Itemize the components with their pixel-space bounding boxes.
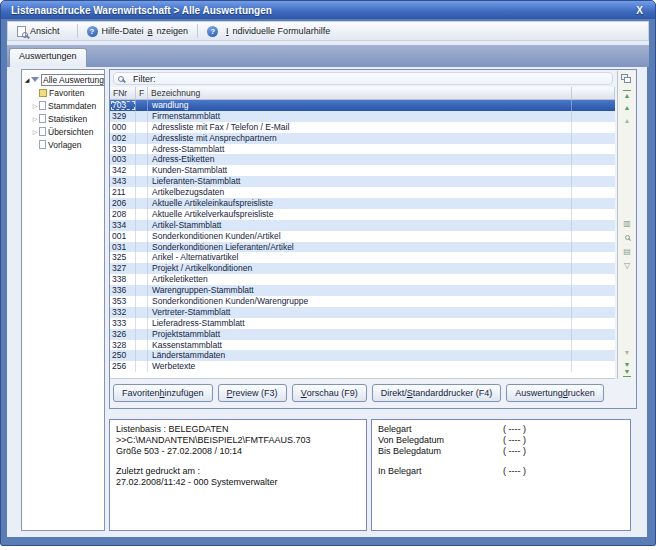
table-row[interactable]: 003Adress-Etiketten (110, 154, 615, 165)
row-fnr: 328 (110, 340, 136, 351)
button-label-key: I (226, 26, 229, 36)
column-header-fnr[interactable]: FNr (110, 87, 136, 99)
tree-item-statistiken[interactable]: ▷Statistiken (23, 112, 103, 125)
go-first-icon[interactable]: ▲ (618, 92, 636, 99)
row-bezeichnung: Sonderkonditionen Lieferanten/Artikel (148, 242, 572, 253)
scroll-up-icon[interactable]: ▲ (618, 104, 636, 111)
parameter-label: Belegart (378, 424, 503, 435)
bookmark-icon[interactable]: ▤ (618, 247, 636, 256)
grid-search-icon[interactable] (618, 233, 636, 242)
row-bezeichnung: Sonderkonditionen Kunden/Artikel (148, 231, 572, 242)
table-row[interactable]: 342Kunden-Stammblatt (110, 165, 615, 176)
tree-item-label: Vorlagen (48, 140, 82, 150)
table-row[interactable]: 326Projektstammblatt (110, 329, 615, 340)
window-title: Listenausdrucke Warenwirtschaft > Alle A… (11, 5, 272, 16)
preview-magnifier-icon (22, 32, 28, 38)
action-button-row: Favoriten hinzufügenPreview (F3)Vorschau… (113, 384, 604, 404)
tree-item-root[interactable]: ◢Alle Auswertungen (23, 73, 103, 86)
row-f (136, 220, 148, 231)
table-row[interactable]: 338Artikeletiketten (110, 274, 615, 285)
button-direkt-standarddrucker-f4-[interactable]: Direkt/Standarddrucker (F4) (372, 384, 502, 402)
page-down-icon[interactable]: ▼ (618, 349, 636, 356)
tree-item-vorlagen[interactable]: Vorlagen (23, 138, 103, 151)
table-row[interactable]: 327Projekt / Artikelkonditionen (110, 263, 615, 274)
row-f (136, 307, 148, 318)
table-row[interactable]: 343Lieferanten-Stammblatt (110, 176, 615, 187)
info-line: Zuletzt gedruckt am : (116, 466, 360, 477)
toolbar-separator (197, 24, 198, 38)
toolbar-button-ansicht[interactable]: Ansicht (11, 24, 74, 39)
row-bezeichnung: Adressliste mit Fax / Telefon / E-Mail (148, 122, 572, 133)
button-favoriten-hinzufügen[interactable]: Favoriten hinzufügen (113, 384, 213, 402)
table-row[interactable]: 334Artikel-Stammblatt (110, 220, 615, 231)
grid-side-toolbar: ▲ ▲ ▲ ▥ ▤ ▽ ▼ ▼ ▼ (617, 71, 635, 379)
tree-root-label: Alle Auswertungen (41, 74, 105, 86)
go-last-icon[interactable]: ▼ (618, 368, 636, 375)
list-info-panel: Listenbasis : BELEGDATEN>>C:\MANDANTEN\B… (109, 419, 367, 531)
table-row[interactable]: 206Aktuelle Artikeleinkaufspreisliste (110, 198, 615, 209)
row-f (136, 318, 148, 329)
tree-item-label: Übersichten (48, 127, 93, 137)
parameter-row (378, 457, 624, 466)
filter-input[interactable] (113, 72, 613, 85)
page-up-icon[interactable]: ▲ (618, 117, 636, 124)
row-fnr: 342 (110, 165, 136, 176)
table-row[interactable]: 329Firmenstammblatt (110, 111, 615, 122)
tree-item-favoriten[interactable]: Favoriten (23, 86, 103, 99)
row-fnr: 333 (110, 318, 136, 329)
tree-item-übersichten[interactable]: ▷Übersichten (23, 125, 103, 138)
table-row[interactable]: 332Vertreter-Stammblatt (110, 307, 615, 318)
tree-collapsed-icon[interactable]: ▷ (31, 115, 39, 122)
button-vorschau-f9-[interactable]: Vorschau (F9) (292, 384, 367, 402)
tab-auswertungen[interactable]: Auswertungen (9, 48, 87, 67)
table-row[interactable]: 000Adressliste mit Fax / Telefon / E-Mai… (110, 122, 615, 133)
scroll-down-icon[interactable]: ▼ (618, 361, 636, 368)
row-bezeichnung: Arikel - Alternativartikel (148, 252, 572, 263)
button-label-post: tandarddrucker (F4) (413, 388, 493, 398)
filter-icon[interactable]: ▽ (618, 261, 636, 270)
table-row[interactable]: 330Adress-Stammblatt (110, 144, 615, 155)
toolbar-button-hilfe-datei-anzeigen[interactable]: ?Hilfe-Datei anzeigen (81, 24, 195, 39)
close-icon[interactable]: X (634, 5, 645, 16)
tree-item-stammdaten[interactable]: ▷Stammdaten (23, 99, 103, 112)
table-row[interactable]: 002Adressliste mit Ansprechpartnern (110, 133, 615, 144)
table-row[interactable]: 256Werbetexte (110, 361, 615, 372)
document-icon (39, 140, 46, 149)
button-label-pre: Favoriten (122, 388, 160, 398)
row-bezeichnung: Werbetexte (148, 361, 572, 372)
column-header-f[interactable]: F (136, 87, 148, 99)
row-fnr: 330 (110, 144, 136, 155)
button-preview-f3-[interactable]: Preview (F3) (218, 384, 287, 402)
parameter-row: Bis Belegdatum( ---- ) (378, 446, 624, 457)
column-header-extra[interactable] (572, 87, 615, 99)
table-row[interactable]: 333Lieferadress-Stammblatt (110, 318, 615, 329)
table-row[interactable]: 353Sonderkonditionen Kunden/Warengruppe (110, 296, 615, 307)
table-row[interactable]: 031Sonderkonditionen Lieferanten/Artikel (110, 242, 615, 253)
tree-item-label: Stammdaten (48, 101, 96, 111)
button-auswertung-drucken[interactable]: Auswertung drucken (506, 384, 604, 402)
parameter-value: ( ---- ) (503, 435, 526, 446)
row-f (136, 122, 148, 133)
row-fnr: 211 (110, 187, 136, 198)
table-row[interactable]: 211Artikelbezugsdaten (110, 187, 615, 198)
column-header-bezeichnung[interactable]: Bezeichnung (148, 87, 572, 99)
table-row[interactable]: 250Länderstammdaten (110, 350, 615, 361)
table-row[interactable]: 001Sonderkonditionen Kunden/Artikel (110, 231, 615, 242)
table-row[interactable]: 325Arikel - Alternativartikel (110, 252, 615, 263)
row-fnr: 332 (110, 307, 136, 318)
column-chooser-icon[interactable] (618, 74, 636, 84)
button-label-pre: Direkt/ (381, 388, 407, 398)
columns-icon[interactable]: ▥ (618, 219, 636, 228)
table-row[interactable]: 328Kassenstammblatt (110, 340, 615, 351)
tree-expanded-icon[interactable]: ◢ (23, 76, 31, 83)
tree-collapsed-icon[interactable]: ▷ (31, 128, 39, 135)
row-f (136, 144, 148, 155)
row-f (136, 231, 148, 242)
info-line: Größe 503 - 27.02.2008 / 10:14 (116, 446, 360, 457)
toolbar-button-individuelle-formularhilfe[interactable]: ?Individuelle Formularhilfe (201, 24, 336, 39)
table-row[interactable]: 336Warengruppen-Stammblatt (110, 285, 615, 296)
tree-collapsed-icon[interactable]: ▷ (31, 102, 39, 109)
table-row[interactable]: 703wandlung (110, 100, 615, 111)
row-bezeichnung: Firmenstammblatt (148, 111, 572, 122)
table-row[interactable]: 208Aktuelle Artikelverkaufspreisliste (110, 209, 615, 220)
